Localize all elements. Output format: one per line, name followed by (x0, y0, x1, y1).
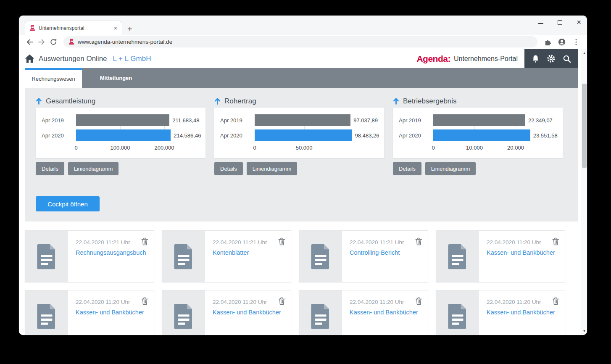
chart-title: Betriebsergebnis (403, 97, 457, 106)
url-favicon-icon (68, 39, 74, 45)
bar-category-label: Apr 2019 (220, 117, 250, 124)
extensions-icon[interactable] (542, 36, 553, 48)
document-name-link[interactable]: Kassen- und Bankbücher (76, 309, 144, 316)
chart-card: Apr 2019 97.037,89 Apr 2020 98.483,26 05… (214, 108, 384, 158)
page-scrollbar[interactable]: ▲ ▼ (581, 49, 587, 335)
chart-x-axis: 010.00020.000 (433, 145, 557, 152)
bar-category-label: Apr 2020 (399, 132, 429, 139)
details-button[interactable]: Details (393, 162, 421, 175)
bar-track: 22.349,07 (433, 114, 557, 126)
document-card: 22.04.2020 11:20 Uhr Kassen- und Bankbüc… (25, 290, 154, 335)
site-favicon-icon (29, 25, 35, 31)
search-icon[interactable] (563, 55, 571, 63)
notifications-bell-icon[interactable] (532, 55, 540, 63)
bar-value-label: 22.349,07 (528, 117, 553, 124)
browser-window: Unternehmensportal × + × www.agenda-unte… (19, 16, 587, 335)
settings-gear-icon[interactable] (547, 54, 556, 63)
tab-close-icon[interactable]: × (113, 25, 119, 32)
browser-titlebar: Unternehmensportal × + × (19, 16, 587, 35)
document-timestamp: 22.04.2020 11:21 Uhr (350, 239, 423, 245)
line-chart-button[interactable]: Liniendiagramm (247, 162, 298, 175)
bar-row: Apr 2020 214.586,46 (42, 129, 200, 141)
document-card: 22.04.2020 11:21 Uhr Rechnungsausgangsbu… (25, 230, 154, 282)
scroll-down-icon[interactable]: ▼ (581, 328, 587, 334)
trash-icon[interactable] (415, 237, 422, 245)
scroll-up-icon[interactable]: ▲ (581, 50, 587, 56)
new-tab-button[interactable]: + (127, 25, 132, 33)
bar (433, 114, 525, 126)
document-icon-panel (25, 290, 68, 335)
document-name-link[interactable]: Kassen- und Bankbücher (487, 249, 555, 256)
details-button[interactable]: Details (36, 162, 64, 175)
browser-tab-title: Unternehmensportal (39, 25, 113, 31)
line-chart-button[interactable]: Liniendiagramm (425, 162, 476, 175)
document-icon-panel (25, 231, 68, 282)
trash-icon[interactable] (552, 237, 559, 245)
trash-icon[interactable] (415, 297, 422, 305)
bar-value-label: 214.586,46 (174, 132, 201, 139)
header-icon-box (524, 49, 578, 68)
browser-menu-icon[interactable] (570, 36, 582, 48)
document-name-link[interactable]: Kontenblätter (213, 249, 249, 256)
document-timestamp: 22.04.2020 11:20 Uhr (487, 239, 560, 245)
axis-tick-label: 100.000 (111, 145, 130, 151)
document-card-content: 22.04.2020 11:21 Uhr Kontenblätter (205, 231, 291, 282)
window-minimize-button[interactable] (538, 23, 543, 24)
app-title: Auswertungen Online (39, 55, 107, 63)
chart-x-axis: 050.000 (255, 145, 378, 152)
document-card: 22.04.2020 11:21 Uhr Kontenblätter (162, 230, 291, 282)
bar-value-label: 211.683,48 (172, 117, 199, 124)
trash-icon[interactable] (278, 297, 285, 305)
chart-group: Betriebsergebnis Apr 2019 22.349,07 Apr … (393, 95, 563, 175)
browser-tab[interactable]: Unternehmensportal × (25, 21, 122, 35)
document-icon-panel (299, 290, 342, 335)
bar-category-label: Apr 2019 (399, 117, 429, 124)
document-name-link[interactable]: Kassen- und Bankbücher (487, 309, 555, 316)
axis-tick-label: 50.000 (296, 145, 313, 151)
document-name-link[interactable]: Kassen- und Bankbücher (213, 309, 281, 316)
bar-category-label: Apr 2020 (220, 132, 250, 139)
cockpit-open-button[interactable]: Cockpit öffnen (36, 196, 100, 211)
document-name-link[interactable]: Rechnungsausgangsbuch (76, 249, 146, 256)
scrollbar-thumb[interactable] (582, 84, 587, 168)
document-card-content: 22.04.2020 11:20 Uhr Kassen- und Bankbüc… (479, 290, 565, 335)
document-file-icon (173, 243, 195, 269)
document-icon-panel (436, 290, 479, 335)
document-file-icon (310, 243, 332, 269)
trash-icon[interactable] (278, 237, 285, 245)
forward-icon[interactable] (36, 36, 47, 48)
trend-up-arrow-icon (393, 98, 399, 105)
bar-row: Apr 2019 211.683,48 (42, 114, 200, 126)
home-icon[interactable] (25, 54, 34, 63)
document-timestamp: 22.04.2020 11:20 Uhr (487, 299, 560, 305)
browser-toolbar: www.agenda-unternehmens-portal.de (19, 35, 587, 49)
back-icon[interactable] (24, 36, 36, 48)
trash-icon[interactable] (141, 297, 148, 305)
line-chart-button[interactable]: Liniendiagramm (68, 162, 119, 175)
window-maximize-button[interactable] (558, 20, 562, 25)
document-file-icon (36, 243, 58, 269)
chart-title: Rohertrag (224, 97, 256, 106)
trash-icon[interactable] (141, 237, 148, 245)
url-text: www.agenda-unternehmens-portal.de (78, 39, 172, 45)
url-bar[interactable]: www.agenda-unternehmens-portal.de (63, 36, 537, 47)
page-content: Auswertungen Online L + L GmbH Agenda: U… (19, 49, 587, 335)
document-icon-panel (299, 231, 342, 282)
tab-rechnungswesen[interactable]: Rechnungswesen (25, 68, 82, 88)
document-name-link[interactable]: Controlling-Bericht (350, 249, 400, 256)
tab-mitteilungen[interactable]: Mitteilungen (82, 68, 150, 88)
profile-avatar-icon[interactable] (556, 36, 568, 48)
document-file-icon (173, 303, 195, 329)
bar (255, 114, 350, 126)
trash-icon[interactable] (552, 297, 559, 305)
axis-tick-label: 20.000 (507, 145, 524, 151)
company-link[interactable]: L + L GmbH (113, 55, 151, 63)
document-timestamp: 22.04.2020 11:20 Uhr (213, 299, 286, 305)
window-close-button[interactable]: × (577, 20, 581, 25)
document-card: 22.04.2020 11:21 Uhr Controlling-Bericht (299, 230, 428, 282)
document-name-link[interactable]: Kassen- und Bankbücher (350, 309, 418, 316)
reload-icon[interactable] (47, 36, 59, 48)
details-button[interactable]: Details (214, 162, 243, 175)
analytics-panel: Gesamtleistung Apr 2019 211.683,48 Apr 2… (25, 88, 578, 222)
document-file-icon (36, 303, 58, 329)
